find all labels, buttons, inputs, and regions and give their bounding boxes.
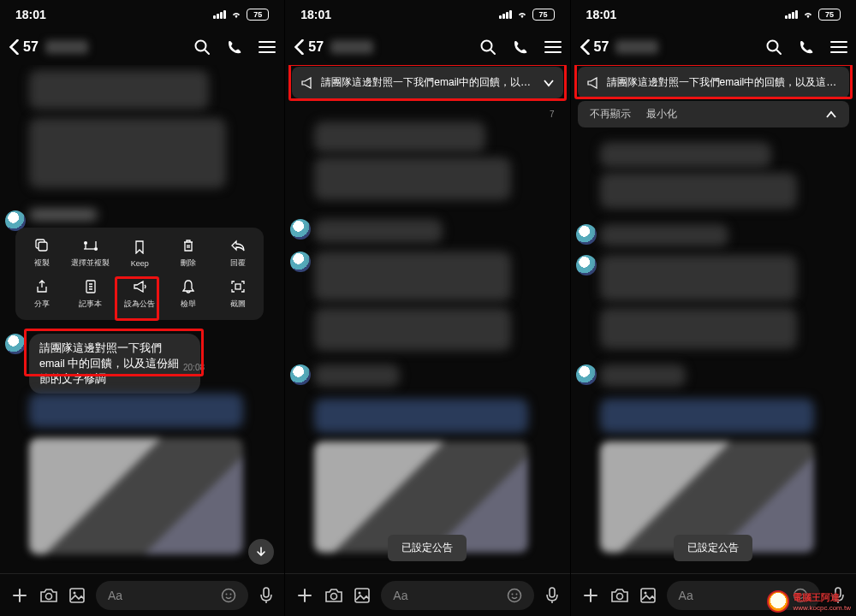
menu-icon[interactable] xyxy=(259,40,276,54)
trash-icon xyxy=(182,238,194,253)
avatar[interactable] xyxy=(290,364,311,385)
message-bubble[interactable]: 請團隊這邊對照一下我們 email 中的回饋，以及這份細節的文字修調 xyxy=(29,334,200,394)
signal-icon xyxy=(213,10,226,19)
announce-hide-button[interactable]: 不再顯示 xyxy=(590,108,631,121)
camera-icon[interactable] xyxy=(610,587,629,604)
action-capture[interactable]: 截圖 xyxy=(213,274,262,315)
back-button[interactable] xyxy=(580,39,591,55)
gallery-icon[interactable] xyxy=(354,587,371,604)
battery-icon: 75 xyxy=(532,9,555,21)
action-note[interactable]: 記事本 xyxy=(66,274,115,315)
avatar[interactable] xyxy=(290,252,311,272)
select-copy-icon xyxy=(82,238,99,253)
svg-point-24 xyxy=(644,591,646,594)
action-share[interactable]: 分享 xyxy=(17,274,66,315)
status-bar: 18:01 75 xyxy=(285,0,569,29)
svg-rect-23 xyxy=(641,589,655,602)
call-icon[interactable] xyxy=(226,38,243,56)
announce-minimize-button[interactable]: 最小化 xyxy=(646,108,677,121)
gallery-icon[interactable] xyxy=(68,587,86,604)
battery-icon: 75 xyxy=(818,9,841,21)
chat-scroll-area[interactable]: 請團隊這邊對照一下我們email中的回饋，以及這份... 不再顯示 最小化 已設… xyxy=(571,65,856,573)
chat-scroll-area[interactable]: 請團隊這邊對照一下我們email中的回饋，以及... 7 已設定公告 xyxy=(285,65,569,573)
avatar[interactable] xyxy=(576,364,597,385)
copy-icon xyxy=(35,238,49,253)
chat-nav-bar: 57 xyxy=(0,29,284,65)
call-icon[interactable] xyxy=(512,38,529,56)
chevron-up-icon[interactable] xyxy=(825,110,837,119)
scroll-to-bottom-button[interactable] xyxy=(248,539,274,565)
message-action-menu: 複製 選擇並複製 Keep 刪除 回覆 分享 xyxy=(15,228,264,320)
svg-point-9 xyxy=(223,589,235,601)
menu-icon[interactable] xyxy=(830,40,847,54)
chat-nav-bar: 57 xyxy=(285,29,569,65)
announcement-banner[interactable]: 請團隊這邊對照一下我們email中的回饋，以及這份... xyxy=(578,67,849,98)
chat-scroll-area[interactable]: 複製 選擇並複製 Keep 刪除 回覆 分享 xyxy=(0,65,284,573)
battery-icon: 75 xyxy=(247,9,269,21)
chevron-down-icon[interactable] xyxy=(543,79,555,87)
wifi-icon xyxy=(802,10,814,19)
svg-point-11 xyxy=(230,593,232,595)
action-reply[interactable]: 回覆 xyxy=(213,233,262,274)
action-copy[interactable]: 複製 xyxy=(17,233,66,274)
chat-nav-bar: 57 xyxy=(571,29,856,65)
announcement-options: 不再顯示 最小化 xyxy=(578,101,849,127)
toast: 已設定公告 xyxy=(674,535,752,561)
camera-icon[interactable] xyxy=(39,587,58,604)
search-icon[interactable] xyxy=(193,38,211,56)
svg-rect-7 xyxy=(70,589,84,602)
svg-point-2 xyxy=(84,241,87,245)
svg-point-18 xyxy=(511,593,513,595)
camera-icon[interactable] xyxy=(324,587,343,604)
status-time: 18:01 xyxy=(15,8,46,21)
announcement-banner[interactable]: 請團隊這邊對照一下我們email中的回饋，以及... xyxy=(292,67,562,98)
avatar[interactable] xyxy=(290,219,311,240)
chat-title-blurred xyxy=(45,40,88,54)
action-keep[interactable]: Keep xyxy=(116,233,164,274)
share-icon xyxy=(36,279,48,294)
action-delete[interactable]: 刪除 xyxy=(164,233,213,274)
svg-rect-20 xyxy=(550,588,555,597)
back-button[interactable] xyxy=(294,39,305,55)
avatar[interactable] xyxy=(576,255,597,275)
megaphone-icon xyxy=(133,279,146,294)
avatar[interactable] xyxy=(576,224,597,245)
wifi-icon xyxy=(516,10,528,19)
mic-icon[interactable] xyxy=(544,586,560,605)
input-placeholder: Aa xyxy=(108,589,122,602)
search-icon[interactable] xyxy=(479,38,496,56)
message-input[interactable]: Aa xyxy=(381,581,533,610)
svg-point-16 xyxy=(359,591,361,594)
search-icon[interactable] xyxy=(765,38,782,56)
emoji-icon[interactable] xyxy=(507,588,522,603)
svg-point-8 xyxy=(74,591,76,594)
signal-icon xyxy=(499,10,512,19)
plus-icon[interactable] xyxy=(581,586,600,605)
svg-point-22 xyxy=(616,593,622,599)
plus-icon[interactable] xyxy=(295,586,314,605)
gallery-icon[interactable] xyxy=(639,587,657,604)
svg-rect-12 xyxy=(264,588,269,597)
svg-point-17 xyxy=(508,589,520,601)
mic-icon[interactable] xyxy=(259,586,274,605)
bell-icon xyxy=(182,279,194,294)
svg-point-3 xyxy=(94,247,98,251)
plus-icon[interactable] xyxy=(10,586,29,605)
watermark: 電腦王阿達 www.kocpc.com.tw xyxy=(767,590,851,613)
action-select-copy[interactable]: 選擇並複製 xyxy=(66,233,115,274)
action-report[interactable]: 檢舉 xyxy=(164,274,213,315)
menu-icon[interactable] xyxy=(544,40,562,54)
announcement-text: 請團隊這邊對照一下我們email中的回饋，以及這份... xyxy=(607,75,841,90)
action-set-announce[interactable]: 設為公告 xyxy=(116,274,164,315)
svg-rect-15 xyxy=(355,589,369,602)
call-icon[interactable] xyxy=(798,38,815,56)
emoji-icon[interactable] xyxy=(221,588,236,603)
toast-text: 已設定公告 xyxy=(401,542,453,554)
day-separator: 7 xyxy=(550,110,555,119)
message-input[interactable]: Aa xyxy=(96,581,248,610)
watermark-brand: 電腦王阿達 xyxy=(793,591,851,604)
announcement-text: 請團隊這邊對照一下我們email中的回饋，以及... xyxy=(321,75,535,90)
back-button[interactable] xyxy=(9,39,20,55)
avatar[interactable] xyxy=(5,334,26,354)
status-time: 18:01 xyxy=(586,8,617,21)
